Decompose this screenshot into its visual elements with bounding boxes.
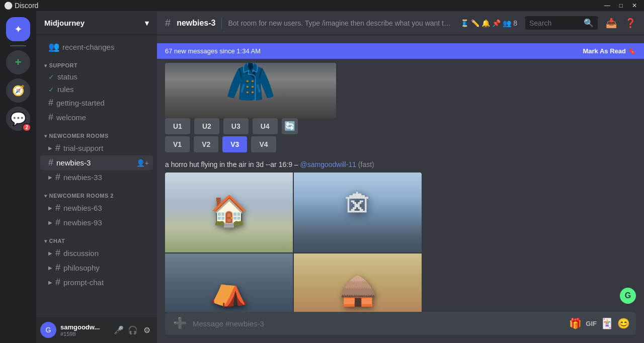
direct-messages-button[interactable]: 💬 2 bbox=[6, 107, 30, 131]
channel-item-discussion[interactable]: ▶ # discussion bbox=[40, 246, 153, 261]
category-newcomer-rooms-2[interactable]: ▾ NEWCOMER ROOMS 2 bbox=[36, 185, 157, 201]
message-input[interactable] bbox=[193, 314, 565, 333]
channel-label-newbies-3: newbies-3 bbox=[56, 158, 91, 167]
header-divider bbox=[221, 17, 222, 29]
channel-hash-icon: # bbox=[165, 17, 171, 29]
image-grid bbox=[165, 173, 422, 312]
arrow-trial: ▶ bbox=[48, 145, 52, 151]
channel-header: # newbies-3 Bot room for new users. Type… bbox=[157, 11, 644, 35]
category-arrow-icon: ▾ bbox=[44, 63, 47, 68]
channel-label-prompt-chat: prompt-chat bbox=[63, 278, 104, 287]
channel-item-newbies-63[interactable]: ▶ # newbies-63 bbox=[40, 201, 153, 215]
channel-item-newbies-93[interactable]: ▶ # newbies-93 bbox=[40, 215, 153, 230]
sticker-icon-button[interactable]: 🃏 bbox=[601, 317, 613, 329]
category-label-newcomer-rooms: NEWCOMER ROOMS bbox=[49, 133, 109, 139]
hash-icon-prompt-chat: # bbox=[55, 277, 60, 288]
members-icon: ✏️ bbox=[471, 19, 479, 27]
channel-label-recent-changes: recent-changes bbox=[62, 43, 114, 51]
gif-icon-button[interactable]: GIF bbox=[586, 320, 597, 327]
people-icon: 👥 bbox=[503, 19, 511, 27]
channel-item-getting-started[interactable]: # getting-started bbox=[40, 96, 153, 110]
member-count-number: 8 bbox=[513, 19, 517, 27]
arrow-newbies-93: ▶ bbox=[48, 220, 52, 225]
category-chat[interactable]: ▾ CHAT bbox=[36, 230, 157, 246]
top-u4-button[interactable]: U4 bbox=[253, 118, 278, 134]
channel-label-status: status bbox=[57, 72, 77, 81]
user-controls: 🎤 🎧 ⚙ bbox=[113, 324, 153, 336]
channel-item-status[interactable]: ✓ status bbox=[40, 70, 153, 83]
channel-item-trial-support[interactable]: ▶ # trial-support bbox=[40, 141, 153, 155]
notification-badge: 2 bbox=[22, 123, 31, 132]
user-info: samgoodw... #1598 bbox=[60, 323, 109, 337]
new-messages-text: 67 new messages since 1:34 AM bbox=[165, 47, 261, 55]
emoji-icon-button[interactable]: 😊 bbox=[617, 317, 630, 329]
grid-image-1 bbox=[165, 173, 293, 252]
explore-servers-button[interactable]: 🧭 bbox=[6, 78, 30, 103]
category-newcomer-rooms[interactable]: ▾ NEWCOMER ROOMS bbox=[36, 125, 157, 141]
top-u1-button[interactable]: U1 bbox=[165, 118, 190, 134]
minimize-button[interactable]: — bbox=[601, 2, 613, 9]
channel-item-rules[interactable]: ✓ rules bbox=[40, 83, 153, 96]
chevron-down-icon: ▾ bbox=[145, 19, 149, 28]
channel-topic: Bot room for new users. Type /imagine th… bbox=[228, 19, 454, 27]
arrow-prompt-chat: ▶ bbox=[48, 280, 52, 285]
server-name: Midjourney bbox=[44, 19, 85, 27]
search-bar[interactable]: Search 🔍 bbox=[525, 16, 598, 30]
gift-icon-button[interactable]: 🎁 bbox=[569, 317, 582, 329]
top-action-row-1: U1 U2 U3 U4 🔄 bbox=[165, 118, 636, 134]
add-attachment-button[interactable]: ➕ bbox=[171, 312, 189, 335]
settings-button[interactable]: ⚙ bbox=[141, 324, 153, 336]
maximize-button[interactable]: □ bbox=[616, 2, 626, 9]
top-v2-button[interactable]: V2 bbox=[194, 136, 218, 152]
hash-icon: 👥 bbox=[48, 41, 59, 52]
search-placeholder: Search bbox=[529, 19, 582, 27]
top-v3-button[interactable]: V3 bbox=[222, 136, 247, 152]
inbox-button[interactable]: 📥 bbox=[606, 18, 617, 29]
app-body: ✦ + 🧭 💬 2 Midjourney ▾ 👥 recent-changes bbox=[0, 11, 644, 343]
mic-button[interactable]: 🎤 bbox=[113, 324, 125, 336]
midjourney-logo: ✦ bbox=[14, 23, 23, 35]
user-discriminator: #1598 bbox=[60, 331, 109, 337]
input-right-controls: 🎁 GIF 🃏 😊 bbox=[569, 317, 630, 329]
channel-item-welcome[interactable]: # welcome bbox=[40, 110, 153, 125]
hash-icon-newbies-63: # bbox=[55, 203, 60, 213]
arrow-newbies-33: ▶ bbox=[48, 175, 52, 180]
arrow-newbies-63: ▶ bbox=[48, 205, 52, 211]
channel-label-trial-support: trial-support bbox=[63, 144, 103, 152]
messages-area[interactable]: 67 new messages since 1:34 AM Mark As Re… bbox=[157, 35, 644, 312]
top-v4-button[interactable]: V4 bbox=[251, 136, 276, 152]
grid-image-3 bbox=[165, 253, 293, 312]
channel-sidebar: Midjourney ▾ 👥 recent-changes ▾ SUPPORT … bbox=[36, 11, 157, 343]
discord-logo: ⚪ Discord bbox=[4, 2, 38, 10]
category-label-support: SUPPORT bbox=[49, 62, 78, 68]
mark-as-read-button[interactable]: Mark As Read 🔖 bbox=[583, 47, 636, 55]
mention[interactable]: @samgoodwill-11 bbox=[300, 160, 356, 168]
headphone-button[interactable]: 🎧 bbox=[127, 324, 139, 336]
new-messages-bar[interactable]: 67 new messages since 1:34 AM Mark As Re… bbox=[157, 43, 644, 59]
channel-label-newbies-93: newbies-93 bbox=[63, 218, 102, 227]
category-support[interactable]: ▾ SUPPORT bbox=[36, 54, 157, 70]
hash-icon-trial: # bbox=[55, 143, 60, 153]
member-count: 🧵 ✏️ 🔔 📌 👥 8 bbox=[460, 19, 517, 27]
titlebar-controls[interactable]: — □ ✕ bbox=[601, 2, 640, 9]
close-button[interactable]: ✕ bbox=[629, 2, 640, 9]
server-header[interactable]: Midjourney ▾ bbox=[36, 11, 157, 35]
channel-item-recent-changes[interactable]: 👥 recent-changes bbox=[40, 39, 153, 54]
header-controls: 🧵 ✏️ 🔔 📌 👥 8 Search 🔍 📥 ❓ bbox=[460, 16, 636, 30]
top-refresh-button[interactable]: 🔄 bbox=[282, 118, 298, 134]
channel-item-philosophy[interactable]: ▶ # philosophy bbox=[40, 261, 153, 275]
message-input-box: ➕ 🎁 GIF 🃏 😊 bbox=[165, 312, 636, 335]
top-u2-button[interactable]: U2 bbox=[194, 118, 219, 134]
top-v1-button[interactable]: V1 bbox=[165, 136, 190, 152]
channel-item-prompt-chat[interactable]: ▶ # prompt-chat bbox=[40, 275, 153, 290]
server-icon-midjourney[interactable]: ✦ bbox=[6, 17, 30, 41]
channel-label-getting-started: getting-started bbox=[56, 99, 105, 107]
category-arrow-chat: ▾ bbox=[44, 238, 47, 244]
top-u3-button[interactable]: U3 bbox=[223, 118, 249, 134]
speed-badge: (fast) bbox=[358, 160, 374, 168]
channel-item-newbies-33[interactable]: ▶ # newbies-33 bbox=[40, 170, 153, 185]
bookmark-icon: 🔖 bbox=[628, 47, 636, 55]
help-button[interactable]: ❓ bbox=[625, 18, 636, 29]
add-server-button[interactable]: + bbox=[6, 50, 30, 74]
channel-item-newbies-3[interactable]: # newbies-3 👤+ bbox=[40, 155, 153, 170]
